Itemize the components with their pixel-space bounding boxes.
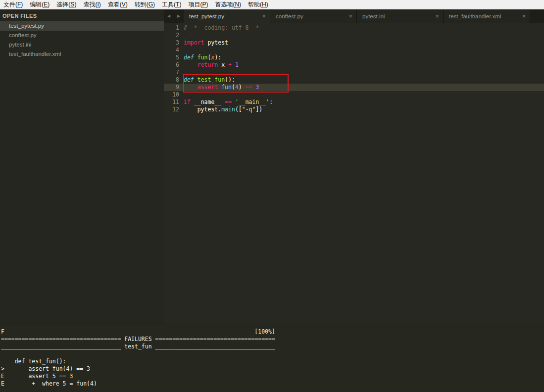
menu-item-file[interactable]: 文件(F)	[0, 0, 26, 9]
sidebar-item-conftest-py[interactable]: conftest.py	[0, 31, 164, 40]
code-text: def fun(x):	[184, 54, 221, 61]
code-text: # -*- coding: utf-8 -*-	[184, 24, 262, 32]
tab-close-icon[interactable]: ×	[522, 13, 526, 19]
code-line-11[interactable]: 11if __name__ == '__main__':	[164, 98, 544, 106]
code-line-8[interactable]: 8def test_fun():	[164, 76, 544, 84]
menu-bar: 文件(F) 编辑(E) 选择(S) 查找(I) 查看(V) 转到(G) 工具(T…	[0, 0, 544, 9]
editor-column: ◀ ▶ test_pytest.py × conftest.py × pytes…	[164, 9, 544, 325]
menu-item-find[interactable]: 查找(I)	[80, 0, 104, 9]
code-text: pytest.main(["-q"])	[184, 106, 262, 113]
tab-title: conftest.py	[276, 13, 346, 19]
line-number: 6	[164, 61, 184, 69]
tab-pytest-ini[interactable]: pytest.ini ×	[357, 9, 444, 23]
tab-scroll-left-icon[interactable]: ◀	[164, 9, 174, 23]
code-text: return x + 1	[184, 61, 239, 69]
menu-item-selection[interactable]: 选择(S)	[53, 0, 80, 9]
menu-item-view[interactable]: 查看(V)	[104, 0, 131, 9]
code-line-7[interactable]: 7	[164, 69, 544, 76]
menu-label: 选择	[56, 1, 68, 8]
code-text: import pytest	[184, 39, 228, 47]
tab-test-pytest-py[interactable]: test_pytest.py ×	[184, 9, 270, 23]
menu-label: 编辑	[30, 1, 42, 8]
menu-label: 工具	[162, 1, 174, 8]
menu-accel: I	[97, 1, 99, 8]
code-line-2[interactable]: 2	[164, 32, 544, 39]
menu-accel: T	[176, 1, 179, 8]
menu-accel: S	[70, 1, 74, 8]
line-number: 11	[164, 98, 184, 106]
sidebar-item-test-pytest-py[interactable]: test_pytest.py	[0, 21, 164, 31]
menu-item-edit[interactable]: 编辑(E)	[26, 0, 53, 9]
menu-accel: V	[122, 1, 126, 8]
open-files-header: OPEN FILES	[0, 11, 164, 21]
tab-close-icon[interactable]: ×	[262, 13, 266, 19]
code-line-3[interactable]: 3import pytest	[164, 39, 544, 47]
code-editor[interactable]: 1# -*- coding: utf-8 -*-23import pytest4…	[164, 23, 544, 325]
tab-title: test_faulthandler.xml	[449, 13, 519, 19]
menu-label: 首选项	[215, 1, 233, 8]
tab-test-faulthandler-xml[interactable]: test_faulthandler.xml ×	[444, 9, 530, 23]
sidebar: OPEN FILES test_pytest.py conftest.py py…	[0, 9, 164, 325]
menu-accel: G	[148, 1, 153, 8]
code-line-1[interactable]: 1# -*- coding: utf-8 -*-	[164, 24, 544, 32]
line-number: 1	[164, 24, 184, 32]
line-number: 10	[164, 91, 184, 98]
line-number: 12	[164, 106, 184, 113]
code-line-6[interactable]: 6 return x + 1	[164, 61, 544, 69]
code-text: if __name__ == '__main__':	[184, 98, 273, 106]
output-text: F [100%] ===============================…	[1, 328, 544, 388]
menu-item-tools[interactable]: 工具(T)	[158, 0, 185, 9]
menu-label: 帮助	[248, 1, 260, 8]
line-number: 2	[164, 32, 184, 39]
line-number: 9	[164, 84, 184, 91]
code-lines: 1# -*- coding: utf-8 -*-23import pytest4…	[164, 24, 544, 113]
sidebar-item-test-faulthandler-xml[interactable]: test_faulthandler.xml	[0, 49, 164, 59]
menu-item-help[interactable]: 帮助(H)	[245, 0, 272, 9]
line-number: 5	[164, 54, 184, 61]
menu-label: 查找	[83, 1, 95, 8]
tab-title: pytest.ini	[362, 13, 432, 19]
tab-title: test_pytest.py	[189, 13, 259, 19]
menu-accel: E	[44, 1, 48, 8]
tab-close-icon[interactable]: ×	[348, 13, 352, 19]
line-number: 8	[164, 76, 184, 84]
menu-label: 项目	[188, 1, 200, 8]
menu-label: 查看	[108, 1, 120, 8]
menu-label: 转到	[135, 1, 147, 8]
menu-item-goto[interactable]: 转到(G)	[131, 0, 158, 9]
code-line-4[interactable]: 4	[164, 47, 544, 54]
code-line-12[interactable]: 12 pytest.main(["-q"])	[164, 106, 544, 113]
menu-label: 文件	[3, 1, 15, 8]
menu-item-preferences[interactable]: 首选项(N)	[211, 0, 245, 9]
menu-accel: H	[262, 1, 266, 8]
main-area: OPEN FILES test_pytest.py conftest.py py…	[0, 9, 544, 325]
code-text: assert fun(4) == 3	[184, 84, 259, 91]
line-number: 3	[164, 39, 184, 47]
code-text: def test_fun():	[184, 76, 235, 84]
menu-accel: F	[17, 1, 21, 8]
menu-accel: N	[235, 1, 239, 8]
menu-item-project[interactable]: 项目(P)	[185, 0, 211, 9]
line-number: 7	[164, 69, 184, 76]
tab-conftest-py[interactable]: conftest.py ×	[270, 9, 357, 23]
tab-close-icon[interactable]: ×	[435, 13, 439, 19]
line-number: 4	[164, 47, 184, 54]
tab-bar: ◀ ▶ test_pytest.py × conftest.py × pytes…	[164, 9, 544, 23]
code-line-9[interactable]: 9 assert fun(4) == 3	[164, 84, 544, 91]
sidebar-item-pytest-ini[interactable]: pytest.ini	[0, 40, 164, 49]
code-line-5[interactable]: 5def fun(x):	[164, 54, 544, 61]
code-line-10[interactable]: 10	[164, 91, 544, 98]
tab-scroll-right-icon[interactable]: ▶	[174, 9, 184, 23]
build-output-panel[interactable]: F [100%] ===============================…	[0, 325, 544, 392]
menu-accel: P	[202, 1, 206, 8]
